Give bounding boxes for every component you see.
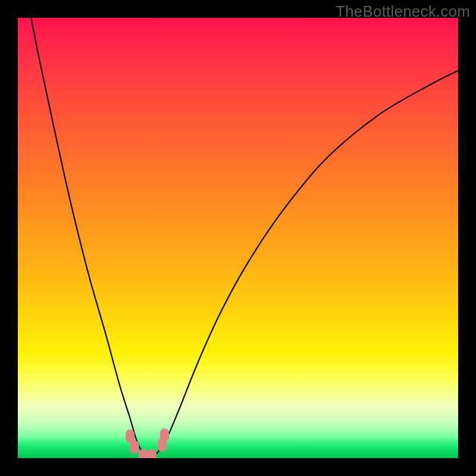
watermark-text: TheBottleneck.com [336,2,470,21]
data-marker [148,449,156,458]
marker-group [126,429,169,458]
data-marker [160,429,168,442]
data-marker [130,441,139,454]
bottleneck-curve [31,18,458,458]
chart-frame: TheBottleneck.com [0,0,476,476]
data-marker [158,439,167,452]
curve-svg [18,18,458,458]
data-marker [126,430,134,443]
data-marker [139,449,148,458]
plot-area [18,18,458,458]
